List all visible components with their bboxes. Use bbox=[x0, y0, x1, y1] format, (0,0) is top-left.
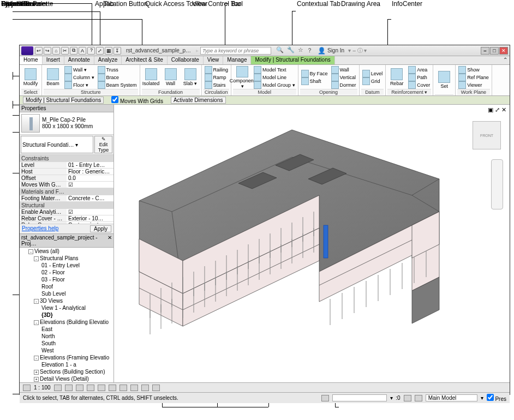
crop-icon[interactable] bbox=[109, 385, 116, 391]
tree-node[interactable]: +Detail Views (Detail) bbox=[20, 375, 113, 382]
qat-button[interactable]: ↪ bbox=[44, 47, 51, 55]
tree-node[interactable]: View 1 - Analytical bbox=[20, 304, 113, 311]
crop-region-icon[interactable] bbox=[119, 385, 127, 391]
qat-button[interactable]: ⌂ bbox=[52, 47, 60, 55]
tree-node[interactable]: Roof bbox=[20, 283, 113, 290]
worksets-icon[interactable] bbox=[321, 395, 329, 401]
qat-button[interactable]: ↧ bbox=[113, 47, 121, 55]
tool-brace[interactable]: Brace bbox=[97, 74, 138, 81]
design-options-icon[interactable] bbox=[415, 395, 422, 401]
tab-contextual[interactable]: Modify | Structural Foundations bbox=[251, 56, 334, 64]
tree-node[interactable]: -Views (all) bbox=[20, 248, 113, 255]
status-filter-input[interactable] bbox=[332, 394, 387, 401]
tool-model-group-[interactable]: Model Group ▾ bbox=[253, 81, 296, 89]
tab-insert[interactable]: Insert bbox=[43, 56, 64, 64]
tab-analyze[interactable]: Analyze bbox=[94, 56, 122, 64]
qat-button[interactable]: ⤢ bbox=[96, 47, 104, 55]
maximize-button[interactable]: □ bbox=[490, 47, 499, 55]
main-model-dropdown[interactable]: Main Model bbox=[426, 394, 477, 401]
edit-type-button[interactable]: ✎ Edit Type bbox=[94, 136, 112, 153]
tool-model-line[interactable]: Model Line bbox=[253, 74, 296, 81]
tool-wall[interactable]: Wall bbox=[330, 66, 357, 74]
tree-node[interactable]: 03 - Floor bbox=[20, 276, 113, 283]
prop-value[interactable]: 0.0 bbox=[67, 175, 113, 182]
tool-area[interactable]: Area bbox=[407, 66, 431, 74]
tool-cover[interactable]: Cover bbox=[407, 81, 431, 89]
tree-node[interactable]: +Sections (Building Section) bbox=[20, 368, 113, 375]
tab-manage[interactable]: Manage bbox=[223, 56, 251, 64]
tab-architect-site[interactable]: Architect & Site bbox=[122, 56, 167, 64]
tool-by-face[interactable]: By Face bbox=[300, 70, 329, 77]
tree-node[interactable]: -Elevations (Building Elevatio bbox=[20, 319, 113, 326]
tool-show[interactable]: Show bbox=[457, 66, 490, 74]
qat-button[interactable]: ▦ bbox=[105, 47, 112, 55]
tool-dormer[interactable]: Dormer bbox=[330, 81, 357, 89]
type-filter-input[interactable] bbox=[21, 136, 93, 153]
prop-value[interactable]: Concrete - C… bbox=[67, 195, 113, 202]
tool-railing[interactable]: Railing bbox=[204, 66, 230, 74]
tree-node[interactable]: East bbox=[20, 326, 113, 333]
tree-node[interactable]: 02 - Floor bbox=[20, 269, 113, 276]
close-view-icon[interactable]: ✕ bbox=[501, 106, 506, 113]
tool-ref-plane[interactable]: Ref Plane bbox=[457, 74, 490, 81]
detail-level-icon[interactable] bbox=[54, 385, 62, 391]
infocenter-icon[interactable]: ☆ bbox=[298, 46, 303, 55]
view-scale[interactable]: 1 : 100 bbox=[34, 385, 51, 391]
tab-annotate[interactable]: Annotate bbox=[64, 56, 94, 64]
tool-beam-system[interactable]: Beam System bbox=[97, 81, 138, 89]
tool-modify[interactable]: Modify bbox=[21, 66, 40, 89]
prop-value[interactable]: Floor : Generic… bbox=[67, 169, 113, 175]
tree-node[interactable]: -Structural Plans bbox=[20, 255, 113, 262]
qat-button[interactable]: ✂ bbox=[61, 47, 69, 55]
tab-home[interactable]: Home bbox=[20, 56, 43, 64]
tool-vertical[interactable]: Vertical bbox=[330, 74, 357, 81]
temp-hide-icon[interactable] bbox=[141, 385, 149, 391]
tool-isolated[interactable]: Isolated bbox=[142, 66, 160, 89]
sign-in-link[interactable]: Sign In bbox=[327, 47, 344, 53]
drawing-area[interactable]: ▣ ⤢ ✕ bbox=[114, 105, 510, 382]
prop-value[interactable]: 01 - Entry Le… bbox=[67, 162, 113, 169]
visual-style-icon[interactable] bbox=[65, 385, 73, 391]
tool-level[interactable]: Level bbox=[361, 70, 384, 77]
tree-node[interactable]: Sub Level bbox=[20, 290, 113, 297]
qat-button[interactable]: ？ bbox=[87, 47, 95, 55]
search-input[interactable] bbox=[200, 47, 271, 55]
tool-ramp[interactable]: Ramp bbox=[204, 74, 230, 81]
maximize-view-icon[interactable]: ⤢ bbox=[495, 106, 500, 113]
type-selector[interactable]: M_Pile Cap-2 Pile 800 x 1800 x 900mm bbox=[20, 112, 113, 135]
qat-button[interactable]: ↩ bbox=[35, 47, 43, 55]
tool-wall[interactable]: Wall bbox=[162, 66, 180, 89]
tool-floor-[interactable]: Floor ▾ bbox=[63, 81, 95, 89]
prop-value[interactable]: ☑ bbox=[67, 209, 113, 215]
rendering-icon[interactable] bbox=[98, 385, 105, 391]
infocenter-icon[interactable]: ？ bbox=[307, 46, 313, 55]
tree-node[interactable]: -3D Views bbox=[20, 297, 113, 304]
tool-viewer[interactable]: Viewer bbox=[457, 81, 490, 89]
tool-beam[interactable]: Beam bbox=[44, 66, 62, 89]
tool-slab-[interactable]: Slab ▾ bbox=[181, 66, 200, 89]
view-cube[interactable]: FRONT bbox=[473, 121, 501, 149]
tree-node[interactable]: Elevation 1 - a bbox=[20, 361, 113, 368]
project-tree[interactable]: -Views (all)-Structural Plans01 - Entry … bbox=[20, 248, 113, 382]
shadows-icon[interactable] bbox=[87, 385, 94, 391]
view-tab-controls[interactable]: ▣ ⤢ ✕ bbox=[488, 106, 506, 113]
browser-close-icon[interactable]: ✕ bbox=[107, 235, 112, 247]
tree-node[interactable]: -Elevations (Framing Elevatio bbox=[20, 354, 113, 361]
tree-node[interactable]: 01 - Entry Level bbox=[20, 262, 113, 269]
infocenter-icon[interactable]: 🔍 bbox=[276, 46, 284, 55]
tool-truss[interactable]: Truss bbox=[97, 66, 138, 74]
prop-value[interactable]: Exterior - 10… bbox=[67, 215, 113, 222]
tool-column-[interactable]: Column ▾ bbox=[63, 74, 95, 81]
ribbon-expander-icon[interactable]: ⌃ bbox=[501, 56, 510, 64]
qat-button[interactable]: A bbox=[79, 47, 86, 55]
minimize-button[interactable]: ‒ bbox=[481, 47, 489, 55]
tree-node[interactable]: North bbox=[20, 333, 113, 340]
apply-button[interactable]: Apply bbox=[90, 225, 111, 232]
tree-node[interactable]: {3D} bbox=[20, 311, 113, 319]
tool-path[interactable]: Path bbox=[407, 74, 431, 81]
tool-component-[interactable]: Component ▾ bbox=[233, 66, 252, 89]
tab-view[interactable]: View bbox=[204, 56, 224, 64]
tool-grid[interactable]: Grid bbox=[361, 77, 384, 85]
opt-activate-dimensions[interactable]: Activate Dimensions bbox=[171, 97, 226, 104]
lock-icon[interactable] bbox=[130, 385, 138, 391]
